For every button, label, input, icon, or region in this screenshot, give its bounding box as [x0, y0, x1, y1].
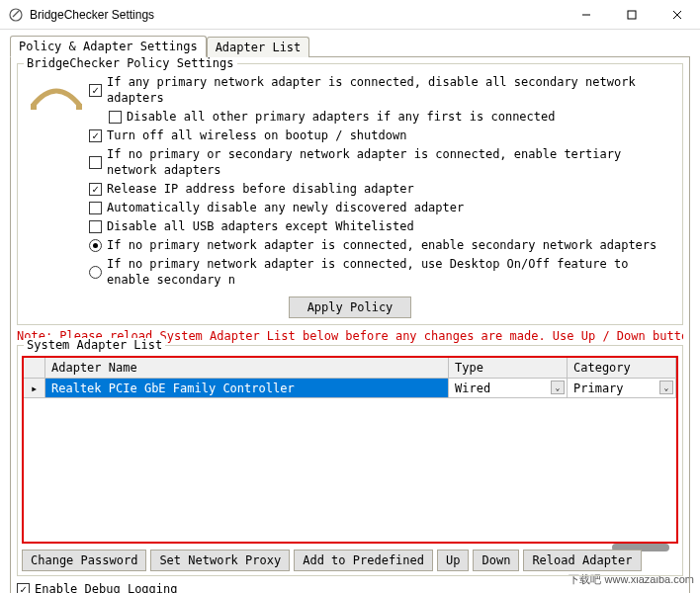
set-network-proxy-button[interactable]: Set Network Proxy — [150, 550, 290, 571]
adapter-list-legend: System Adapter List — [24, 338, 165, 352]
maximize-button[interactable] — [609, 0, 655, 30]
checkbox-auto-disable-new[interactable] — [89, 202, 102, 214]
adapter-list-group: System Adapter List Adapter Name Type Ca… — [17, 345, 683, 576]
row-indicator-icon: ▸ — [24, 379, 45, 398]
checkbox-enable-tertiary[interactable] — [89, 156, 102, 169]
checkbox-disable-secondary[interactable] — [89, 84, 102, 97]
minimize-button[interactable] — [564, 0, 609, 30]
svg-rect-5 — [31, 104, 37, 110]
svg-point-0 — [10, 9, 22, 21]
close-button[interactable] — [655, 0, 700, 30]
checkbox-turnoff-wireless[interactable] — [89, 129, 102, 142]
grid-corner — [24, 358, 45, 378]
apply-policy-button[interactable]: Apply Policy — [289, 296, 412, 318]
reload-adapter-button[interactable]: Reload Adapter — [523, 550, 641, 571]
checkbox-disable-other-primary[interactable] — [109, 111, 122, 124]
policy-settings-legend: BridgeChecker Policy Settings — [24, 56, 237, 70]
table-row[interactable]: ▸ Realtek PCIe GbE Family Controller Wir… — [24, 379, 676, 398]
cell-adapter-name[interactable]: Realtek PCIe GbE Family Controller — [45, 379, 449, 398]
column-header-name[interactable]: Adapter Name — [45, 358, 449, 378]
change-password-button[interactable]: Change Password — [22, 550, 146, 571]
column-header-type[interactable]: Type — [449, 358, 568, 378]
tab-adapter-list[interactable]: Adapter List — [207, 37, 310, 57]
checkbox-disable-usb[interactable] — [89, 220, 102, 233]
debug-logging-label: Enable Debug Logging — [35, 582, 178, 593]
cell-category-dropdown[interactable]: Primary ⌄ — [568, 379, 676, 398]
checkbox-enable-debug-logging[interactable] — [17, 583, 30, 594]
checkbox-release-ip[interactable] — [89, 183, 102, 196]
up-button[interactable]: Up — [437, 550, 469, 571]
window-title: BridgeChecker Settings — [30, 8, 564, 22]
chevron-down-icon[interactable]: ⌄ — [551, 381, 565, 394]
add-to-predefined-button[interactable]: Add to Predefined — [294, 550, 433, 571]
cell-type-dropdown[interactable]: Wired ⌄ — [449, 379, 568, 398]
app-icon — [8, 7, 24, 23]
radio-enable-secondary[interactable] — [89, 239, 102, 252]
policy-settings-group: BridgeChecker Policy Settings If any pri… — [17, 63, 683, 325]
chevron-down-icon[interactable]: ⌄ — [659, 381, 673, 394]
adapter-grid[interactable]: Adapter Name Type Category ▸ Realtek PCI… — [22, 356, 678, 544]
column-header-category[interactable]: Category — [568, 358, 676, 378]
bridge-icon — [24, 74, 89, 112]
svg-rect-6 — [76, 104, 82, 110]
svg-rect-2 — [628, 11, 636, 19]
radio-desktop-onoff[interactable] — [89, 266, 102, 279]
tab-policy-adapter-settings[interactable]: Policy & Adapter Settings — [10, 36, 207, 57]
down-button[interactable]: Down — [473, 550, 519, 571]
